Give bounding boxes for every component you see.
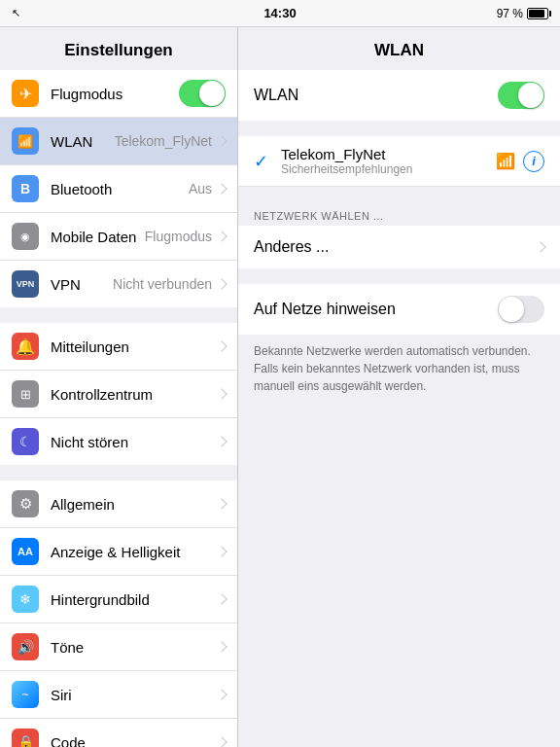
controlcenter-icon: ⊞ bbox=[12, 380, 39, 408]
panel-section-hinweis: Auf Netze hinweisen Bekannte Netzwerke w… bbox=[238, 284, 560, 407]
anzeige-chevron bbox=[216, 546, 227, 556]
flugmodus-label: Flugmodus bbox=[51, 86, 179, 102]
wlan-main-toggle[interactable] bbox=[498, 82, 544, 109]
bluetooth-icon: B bbox=[12, 175, 39, 202]
sounds-icon: 🔊 bbox=[12, 633, 39, 660]
status-right: 97 % bbox=[497, 7, 548, 20]
wlan-toggle-thumb bbox=[518, 83, 543, 108]
battery-icon bbox=[527, 8, 548, 19]
bluetooth-label: Bluetooth bbox=[51, 181, 189, 197]
toene-label: Töne bbox=[51, 639, 218, 656]
status-left: ↖ bbox=[12, 7, 20, 19]
toggle-thumb bbox=[199, 81, 225, 106]
wlan-value: Telekom_FlyNet bbox=[115, 133, 212, 149]
sidebar-item-toene[interactable]: 🔊 Töne bbox=[0, 623, 237, 671]
connected-network-row[interactable]: ✓ Telekom_FlyNet Sicherheitsempfehlungen… bbox=[238, 136, 560, 187]
other-network-row[interactable]: Anderes ... bbox=[238, 226, 560, 268]
kontrollzentrum-chevron bbox=[216, 388, 227, 399]
panel-section-other: NETZWERK WÄHLEN ... Anderes ... bbox=[238, 202, 560, 268]
mobile-chevron bbox=[216, 231, 227, 241]
hinweis-group: Auf Netze hinweisen bbox=[238, 284, 560, 335]
sidebar-item-siri[interactable]: ~ Siri bbox=[0, 671, 237, 719]
wlan-panel: WLAN WLAN ✓ Telekom_FlyNet Sicherhe bbox=[238, 27, 560, 747]
hinweis-label: Auf Netze hinweisen bbox=[254, 301, 498, 318]
hinweis-toggle[interactable] bbox=[498, 296, 544, 323]
siri-icon: ~ bbox=[12, 681, 39, 708]
network-name: Telekom_FlyNet bbox=[281, 146, 496, 162]
mobile-value: Flugmodus bbox=[145, 229, 212, 244]
sidebar-item-wlan[interactable]: 📶 WLAN Telekom_FlyNet bbox=[0, 118, 237, 165]
panel-section-networks: ✓ Telekom_FlyNet Sicherheitsempfehlungen… bbox=[238, 136, 560, 187]
siri-chevron bbox=[216, 689, 227, 699]
mitteilungen-chevron bbox=[216, 340, 227, 351]
sidebar-group-system: ⚙ Allgemein AA Anzeige & Helligkeit ❄ Hi… bbox=[0, 480, 237, 747]
wlan-chevron bbox=[216, 135, 227, 146]
nichtStoeren-label: Nicht stören bbox=[51, 434, 218, 450]
sidebar-item-mobile[interactable]: ◉ Mobile Daten Flugmodus bbox=[0, 213, 237, 261]
bluetooth-value: Aus bbox=[189, 181, 212, 196]
sidebar-group-notifications: 🔔 Mitteilungen ⊞ Kontrollzentrum ☾ Nicht… bbox=[0, 323, 237, 465]
battery-percent: 97 % bbox=[497, 7, 523, 20]
hinweis-toggle-thumb bbox=[499, 297, 524, 322]
wlan-toggle-group: WLAN bbox=[238, 70, 560, 121]
mobile-icon: ◉ bbox=[12, 223, 39, 250]
other-network-group: Anderes ... bbox=[238, 226, 560, 268]
hinweis-note: Bekannte Netzwerke werden automatisch ve… bbox=[238, 335, 560, 407]
vpn-icon: VPN bbox=[12, 270, 39, 298]
airplane-icon: ✈ bbox=[12, 80, 39, 107]
sidebar-item-kontrollzentrum[interactable]: ⊞ Kontrollzentrum bbox=[0, 371, 237, 418]
main-content: Einstellungen ✈ Flugmodus 📶 WLAN Telekom… bbox=[0, 27, 560, 747]
panel-section-wlan: WLAN bbox=[238, 70, 560, 121]
mobile-label: Mobile Daten bbox=[51, 229, 145, 245]
other-network-label: Anderes ... bbox=[254, 238, 537, 256]
sidebar-item-vpn[interactable]: VPN VPN Nicht verbunden bbox=[0, 261, 237, 307]
networks-group: ✓ Telekom_FlyNet Sicherheitsempfehlungen… bbox=[238, 136, 560, 187]
sidebar-item-nichtStoeren[interactable]: ☾ Nicht stören bbox=[0, 418, 237, 465]
general-icon: ⚙ bbox=[12, 490, 39, 517]
flugmodus-toggle[interactable] bbox=[179, 80, 226, 107]
wlan-label: WLAN bbox=[51, 133, 115, 150]
notifications-icon: 🔔 bbox=[12, 333, 39, 360]
mitteilungen-label: Mitteilungen bbox=[51, 338, 218, 355]
wlan-toggle-row[interactable]: WLAN bbox=[238, 70, 560, 121]
sidebar-item-mitteilungen[interactable]: 🔔 Mitteilungen bbox=[0, 323, 237, 371]
code-label: Code bbox=[51, 734, 218, 748]
passcode-icon: 🔒 bbox=[12, 729, 39, 747]
toene-chevron bbox=[216, 641, 227, 652]
sidebar-item-flugmodus[interactable]: ✈ Flugmodus bbox=[0, 70, 237, 118]
panel-title: WLAN bbox=[238, 27, 560, 70]
wifi-icon: 📶 bbox=[12, 127, 39, 155]
anzeige-label: Anzeige & Helligkeit bbox=[51, 544, 218, 560]
other-chevron bbox=[535, 241, 545, 252]
network-sub: Sicherheitsempfehlungen bbox=[281, 162, 496, 176]
donotdisturb-icon: ☾ bbox=[12, 428, 39, 455]
allgemein-label: Allgemein bbox=[51, 496, 218, 513]
kontrollzentrum-label: Kontrollzentrum bbox=[51, 386, 218, 403]
checkmark-icon: ✓ bbox=[254, 151, 273, 172]
sidebar: Einstellungen ✈ Flugmodus 📶 WLAN Telekom… bbox=[0, 27, 238, 747]
code-chevron bbox=[216, 736, 227, 747]
nichtStoeren-chevron bbox=[216, 436, 227, 446]
wifi-strength-icon: 📶 bbox=[496, 152, 515, 170]
sidebar-group-top: ✈ Flugmodus 📶 WLAN Telekom_FlyNet B Blue… bbox=[0, 70, 237, 307]
battery-fill bbox=[529, 10, 544, 18]
sidebar-item-allgemein[interactable]: ⚙ Allgemein bbox=[0, 480, 237, 528]
sidebar-item-bluetooth[interactable]: B Bluetooth Aus bbox=[0, 165, 237, 213]
signal-icon: ↖ bbox=[12, 7, 20, 19]
siri-label: Siri bbox=[51, 687, 218, 703]
hintergrundbild-chevron bbox=[216, 593, 227, 604]
sidebar-title: Einstellungen bbox=[0, 27, 237, 70]
wallpaper-icon: ❄ bbox=[12, 586, 39, 613]
status-bar: ↖ 14:30 97 % bbox=[0, 0, 560, 27]
allgemein-chevron bbox=[216, 498, 227, 509]
vpn-label: VPN bbox=[51, 276, 113, 293]
vpn-value: Nicht verbunden bbox=[113, 276, 212, 292]
display-icon: AA bbox=[12, 538, 39, 565]
network-info-button[interactable]: i bbox=[523, 151, 544, 172]
sidebar-item-hintergrundbild[interactable]: ❄ Hintergrundbild bbox=[0, 576, 237, 623]
status-time: 14:30 bbox=[263, 6, 296, 20]
sidebar-item-anzeige[interactable]: AA Anzeige & Helligkeit bbox=[0, 528, 237, 576]
hinweis-row[interactable]: Auf Netze hinweisen bbox=[238, 284, 560, 335]
network-info: Telekom_FlyNet Sicherheitsempfehlungen bbox=[281, 146, 496, 176]
sidebar-item-code[interactable]: 🔒 Code bbox=[0, 719, 237, 747]
